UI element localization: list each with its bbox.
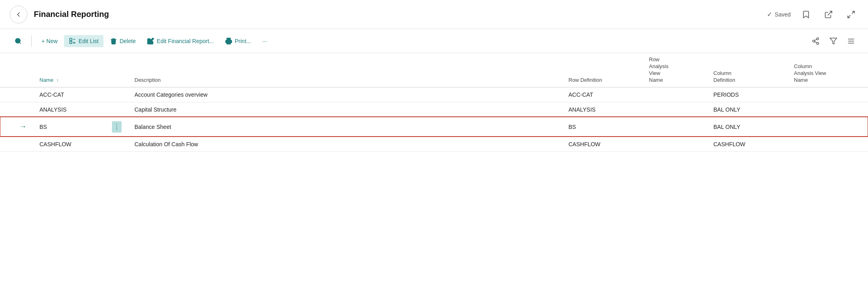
row-drag-cell [105,137,128,151]
col-header-row-analysis-view-name[interactable]: Row Analysis View Name [643,53,707,87]
expand-button[interactable] [844,7,858,22]
row-arrow-cell [13,102,33,117]
cell-description: Account Categories overview [128,87,562,102]
col-header-drag [105,53,128,87]
row-arrow-cell [13,137,33,151]
table-area: Name ↑ Description Row Definition Row An… [0,53,868,152]
cell-row-analysis-view-name [643,87,707,102]
edit-financial-label: Edit Financial Report... [157,38,214,44]
cell-column-definition: BAL ONLY [707,102,787,117]
page-title: Financial Reporting [34,10,767,19]
cell-description: Balance Sheet [128,117,562,137]
more-button[interactable]: ··· [257,35,272,47]
cell-row-definition: ANALYSIS [562,102,643,117]
svg-marker-16 [830,38,837,44]
svg-point-3 [15,38,20,43]
drag-handle-icon[interactable]: ⋮ [112,121,122,133]
cell-column-analysis-view-name [787,87,868,102]
col-header-name[interactable]: Name ↑ [33,53,105,87]
cell-row-definition: ACC-CAT [562,87,643,102]
toolbar-divider-1 [31,35,32,47]
table-row[interactable]: → BS ⋮ Balance Sheet BS BAL ONLY [0,117,868,137]
sort-indicator: ↑ [56,78,59,83]
edit-list-label: Edit List [79,38,99,44]
svg-rect-10 [227,41,230,44]
header-actions: ✓ Saved [767,7,858,22]
cell-column-definition: PERIODS [707,87,787,102]
cell-name: ANALYSIS [33,102,105,117]
edit-financial-report-button[interactable]: Edit Financial Report... [142,35,219,47]
table-row[interactable]: ACC-CAT Account Categories overview ACC-… [0,87,868,102]
col-header-arrow [13,53,33,87]
cell-row-analysis-view-name [643,102,707,117]
col-header-row-definition[interactable]: Row Definition [562,53,643,87]
cell-name: ACC-CAT [33,87,105,102]
col-header-column-definition[interactable]: Column Definition [707,53,787,87]
bookmark-button[interactable] [799,7,813,22]
row-drag-cell[interactable]: ⋮ [105,117,128,137]
financial-reports-table: Name ↑ Description Row Definition Row An… [0,53,868,152]
cell-name: CASHFLOW [33,137,105,151]
table-row[interactable]: CASHFLOW Calculation Of Cash Flow CASHFL… [0,137,868,151]
row-drag-cell [105,102,128,117]
cell-name: BS [33,117,105,137]
cell-column-definition: CASHFLOW [707,137,787,151]
cell-row-analysis-view-name [643,137,707,151]
table-row[interactable]: ANALYSIS Capital Structure ANALYSIS BAL … [0,102,868,117]
svg-point-13 [817,42,819,44]
svg-line-14 [814,41,817,43]
search-button[interactable] [10,35,27,47]
row-checkbox-cell[interactable] [0,137,13,151]
row-checkbox-cell[interactable] [0,117,13,137]
new-button[interactable]: + New [37,35,62,47]
col-header-description[interactable]: Description [128,53,562,87]
cell-row-definition: BS [562,117,643,137]
back-button[interactable] [10,6,27,23]
row-arrow-cell: → [13,117,33,137]
row-drag-cell [105,87,128,102]
svg-line-2 [848,15,850,17]
svg-rect-6 [70,41,72,43]
cell-row-analysis-view-name [643,117,707,137]
row-checkbox-cell[interactable] [0,87,13,102]
edit-list-button[interactable]: Edit List [64,35,103,47]
filter-button[interactable] [826,34,841,48]
svg-line-0 [828,11,832,15]
more-label: ··· [262,38,267,44]
cell-column-analysis-view-name [787,137,868,151]
cell-column-analysis-view-name [787,102,868,117]
saved-label: Saved [775,11,791,18]
svg-point-12 [813,40,815,42]
cell-column-analysis-view-name [787,117,868,137]
toolbar: + New Edit List Delete Edit Financial Re… [0,29,868,53]
print-button[interactable]: Print... [220,35,256,47]
columns-button[interactable] [844,34,858,48]
toolbar-right [808,34,858,48]
header: Financial Reporting ✓ Saved [0,0,868,29]
delete-label: Delete [120,38,136,44]
share-button[interactable] [808,34,823,48]
cell-column-definition: BAL ONLY [707,117,787,137]
row-checkbox-cell[interactable] [0,102,13,117]
col-header-selector [0,53,13,87]
cell-description: Calculation Of Cash Flow [128,137,562,151]
svg-line-15 [814,39,817,40]
share-out-button[interactable] [821,7,836,22]
delete-button[interactable]: Delete [105,35,141,47]
svg-rect-5 [70,38,72,40]
row-arrow-cell [13,87,33,102]
col-header-column-analysis-view-name[interactable]: Column Analysis View Name [787,53,868,87]
cell-row-definition: CASHFLOW [562,137,643,151]
print-label: Print... [235,38,251,44]
svg-point-11 [817,37,819,39]
saved-check-icon: ✓ [767,10,772,18]
cell-description: Capital Structure [128,102,562,117]
saved-indicator: ✓ Saved [767,10,791,18]
svg-line-1 [852,11,854,13]
svg-line-4 [19,42,21,44]
new-label: + New [41,38,58,44]
